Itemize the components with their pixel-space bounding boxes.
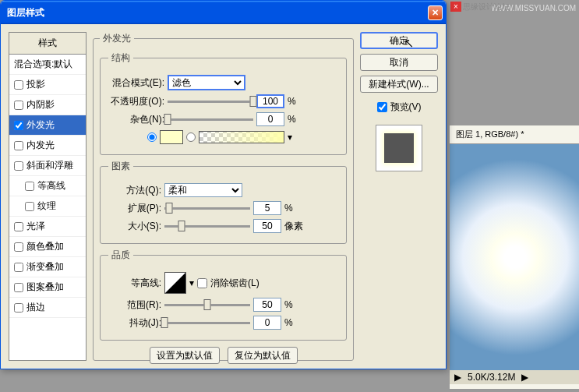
gradient-radio[interactable] <box>186 132 196 142</box>
style-inner-glow[interactable]: 内发光 <box>9 136 86 156</box>
layer-style-dialog: 图层样式 ✕ 样式 混合选项:默认 投影 内阴影 外发光 内发光 斜面和浮雕 等… <box>0 0 447 369</box>
document-statusbar: ▶5.0K/3.12M▶ <box>450 370 579 384</box>
quality-group: 品质 等高线: ▾ 消除锯齿(L) 范围(R): % <box>100 249 347 341</box>
inner-glow-checkbox[interactable] <box>14 141 23 150</box>
bevel-emboss-checkbox[interactable] <box>14 161 23 171</box>
preview-label: 预览(V) <box>390 101 422 114</box>
texture-checkbox[interactable] <box>25 202 34 211</box>
panel-title: 外发光 <box>100 32 134 45</box>
pattern-overlay-checkbox[interactable] <box>14 283 23 292</box>
dialog-titlebar[interactable]: 图层样式 ✕ <box>1 1 446 24</box>
size-label: 大小(S): <box>108 220 161 233</box>
styles-header[interactable]: 样式 <box>9 33 86 55</box>
outer-glow-checkbox[interactable] <box>14 121 23 130</box>
stroke-checkbox[interactable] <box>14 303 23 313</box>
style-gradient-overlay[interactable]: 渐变叠加 <box>9 257 86 277</box>
jitter-input[interactable] <box>253 316 281 330</box>
dialog-title: 图层样式 <box>7 6 428 19</box>
style-drop-shadow[interactable]: 投影 <box>9 75 86 95</box>
contour-checkbox[interactable] <box>25 182 34 191</box>
ok-button[interactable]: 确定 <box>360 32 438 49</box>
blending-options-item[interactable]: 混合选项:默认 <box>9 55 86 75</box>
document-canvas[interactable] <box>450 144 579 370</box>
preview-box <box>376 125 422 171</box>
dialog-buttons: 确定 取消 新建样式(W)... 预览(V) <box>360 32 438 361</box>
blend-mode-select[interactable]: 滤色 <box>168 75 245 90</box>
style-inner-shadow[interactable]: 内阴影 <box>9 95 86 115</box>
contour-swatch[interactable] <box>164 272 186 294</box>
noise-input[interactable] <box>256 112 284 126</box>
close-icon[interactable]: ✕ <box>428 5 443 20</box>
jitter-slider[interactable] <box>164 322 250 324</box>
document-tab[interactable]: 图层 1, RGB/8#) * <box>450 125 579 144</box>
preview-thumbnail <box>384 133 414 163</box>
contour-label: 等高线: <box>108 277 161 290</box>
spread-input[interactable] <box>253 201 281 215</box>
opacity-slider[interactable] <box>168 101 253 103</box>
style-pattern-overlay[interactable]: 图案叠加 <box>9 277 86 298</box>
site-logo-text: 思缘设计论坛 <box>463 2 510 12</box>
make-default-button[interactable]: 设置为默认值 <box>150 347 220 364</box>
technique-label: 方法(Q): <box>108 184 161 197</box>
style-texture[interactable]: 纹理 <box>9 196 86 217</box>
antialias-checkbox[interactable] <box>197 278 207 288</box>
structure-group: 结构 混合模式(E): 滤色 不透明度(O): % 杂色(N): <box>100 51 347 155</box>
opacity-label: 不透明度(O): <box>108 95 164 108</box>
style-bevel-emboss[interactable]: 斜面和浮雕 <box>9 156 86 176</box>
size-input[interactable] <box>253 219 281 233</box>
spread-label: 扩展(P): <box>108 202 161 215</box>
range-input[interactable] <box>253 298 281 312</box>
antialias-label: 消除锯齿(L) <box>210 277 259 290</box>
noise-slider[interactable] <box>168 118 253 121</box>
drop-shadow-checkbox[interactable] <box>14 80 23 90</box>
technique-select[interactable]: 柔和 <box>164 183 242 197</box>
contour-dropdown-icon[interactable]: ▾ <box>189 277 194 288</box>
gradient-dropdown-icon[interactable]: ▾ <box>288 132 292 143</box>
range-slider[interactable] <box>164 304 250 306</box>
reset-default-button[interactable]: 复位为默认值 <box>228 347 298 364</box>
color-overlay-checkbox[interactable] <box>14 242 23 252</box>
site-logo-x: × <box>450 2 461 12</box>
color-swatch[interactable] <box>160 130 183 144</box>
opacity-input[interactable] <box>256 94 284 108</box>
range-label: 范围(R): <box>108 298 161 312</box>
blend-mode-label: 混合模式(E): <box>108 76 164 90</box>
styles-list: 样式 混合选项:默认 投影 内阴影 外发光 内发光 斜面和浮雕 等高线 纹理 光… <box>9 32 86 361</box>
color-radio[interactable] <box>147 132 157 142</box>
gradient-overlay-checkbox[interactable] <box>14 263 23 272</box>
style-satin[interactable]: 光泽 <box>9 217 86 237</box>
spread-slider[interactable] <box>164 207 250 210</box>
settings-panel: 外发光 结构 混合模式(E): 滤色 不透明度(O): % 杂色(N): <box>93 32 354 361</box>
style-outer-glow[interactable]: 外发光 <box>9 115 86 136</box>
style-contour[interactable]: 等高线 <box>9 176 86 196</box>
size-slider[interactable] <box>164 225 250 228</box>
cancel-button[interactable]: 取消 <box>360 54 438 71</box>
new-style-button[interactable]: 新建样式(W)... <box>360 76 438 93</box>
inner-shadow-checkbox[interactable] <box>14 101 23 110</box>
style-color-overlay[interactable]: 颜色叠加 <box>9 237 86 257</box>
background-document-window: 图层 1, RGB/8#) * ▶5.0K/3.12M▶ <box>449 125 579 390</box>
preview-checkbox[interactable] <box>377 102 387 112</box>
style-stroke[interactable]: 描边 <box>9 298 86 318</box>
noise-label: 杂色(N): <box>108 113 164 126</box>
jitter-label: 抖动(J): <box>108 316 161 330</box>
gradient-preview[interactable] <box>199 131 284 143</box>
satin-checkbox[interactable] <box>14 222 23 231</box>
elements-group: 图素 方法(Q): 柔和 扩展(P): % 大小(S): <box>100 160 347 244</box>
